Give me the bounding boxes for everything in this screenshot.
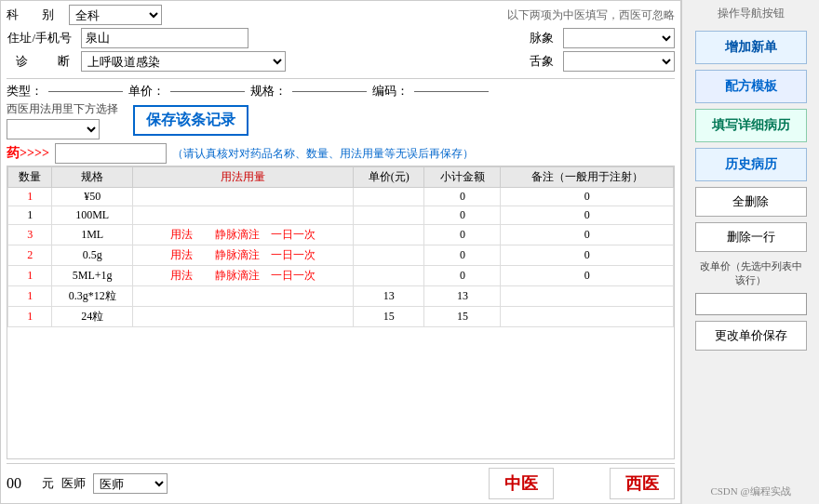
cell-guige: ¥50: [52, 188, 132, 206]
col-qty: 数量: [8, 167, 52, 188]
cell-qty: 1: [8, 188, 52, 206]
cell-danjia: 13: [354, 286, 424, 307]
kebie-label: 科 别: [7, 7, 60, 23]
tcm-note: 以下两项为中医填写，西医可忽略: [507, 7, 675, 23]
table-row[interactable]: 31ML用法 静脉滴注 一日一次00: [8, 225, 674, 245]
col-yongfa: 用法用量: [132, 167, 353, 188]
cell-xiaoji: 0: [424, 266, 501, 286]
drug-hint: （请认真核对对药品名称、数量、用法用量等无误后再保存）: [172, 146, 474, 162]
cell-qty: 1: [8, 307, 52, 327]
zhongyi-button[interactable]: 中医: [489, 468, 554, 499]
cell-beizhu: 0: [501, 266, 674, 286]
zhenduan-label: 诊 断: [7, 53, 72, 70]
cell-danjia: [354, 266, 424, 286]
danjia-label: 单价：: [128, 83, 165, 99]
cell-yongfa: [132, 286, 353, 307]
footer-note: CSDN @编程实战: [710, 484, 790, 498]
delete-row-button[interactable]: 删除一行: [695, 222, 807, 252]
cell-beizhu: [501, 307, 674, 327]
cell-guige: 0.3g*12粒: [52, 286, 132, 307]
xiyi-button[interactable]: 西医: [610, 468, 675, 499]
cell-xiaoji: 0: [424, 188, 501, 206]
cell-danjia: [354, 245, 424, 266]
cell-beizhu: 0: [501, 225, 674, 245]
cell-beizhu: 0: [501, 245, 674, 266]
drug-table-container: 数量 规格 用法用量 单价(元) 小计金额 备注（一般用于注射） 1¥50001…: [7, 166, 675, 459]
doctor-select[interactable]: 医师: [93, 473, 168, 494]
cell-qty: 3: [8, 225, 52, 245]
history-button[interactable]: 历史病历: [695, 148, 807, 181]
right-panel-title: 操作导航按钮: [718, 6, 785, 21]
col-guige: 规格: [52, 167, 132, 188]
cell-yongfa: [132, 206, 353, 225]
cell-beizhu: 0: [501, 206, 674, 225]
cell-beizhu: 0: [501, 188, 674, 206]
yuan-label: 元: [42, 475, 54, 492]
cell-guige: 24粒: [52, 307, 132, 327]
delete-all-button[interactable]: 全删除: [695, 187, 807, 217]
cell-yongfa: 用法 静脉滴注 一日一次: [132, 266, 353, 286]
doctor-label: 医师: [61, 475, 86, 492]
cell-yongfa: 用法 静脉滴注 一日一次: [132, 225, 353, 245]
kebie-select[interactable]: 全科: [69, 5, 162, 25]
shexiang-select[interactable]: [563, 51, 675, 72]
type-label: 类型：: [7, 83, 43, 99]
yongfa-hint: 西医用法用里下方选择: [7, 101, 118, 117]
guige-label: 规格：: [250, 83, 287, 99]
yongfa-select[interactable]: [7, 119, 100, 139]
cell-qty: 1: [8, 206, 52, 225]
cell-qty: 2: [8, 245, 52, 266]
cell-qty: 1: [8, 266, 52, 286]
zhuzhu-input[interactable]: [81, 28, 248, 48]
zhenduan-select[interactable]: 上呼吸道感染: [81, 51, 286, 72]
cell-guige: 1ML: [52, 225, 132, 245]
cell-xiaoji: 0: [424, 206, 501, 225]
template-button[interactable]: 配方模板: [695, 70, 807, 103]
cell-beizhu: [501, 286, 674, 307]
col-danjia: 单价(元): [354, 167, 424, 188]
cell-danjia: [354, 206, 424, 225]
cell-xiaoji: 13: [424, 286, 501, 307]
cell-xiaoji: 0: [424, 245, 501, 266]
amount-value: 00: [7, 475, 34, 492]
cell-yongfa: [132, 307, 353, 327]
save-record-button[interactable]: 保存该条记录: [133, 105, 248, 136]
change-price-label: 改单价（先选中列表中该行）: [695, 259, 807, 287]
col-xiaoji: 小计金额: [424, 167, 501, 188]
col-beizhu: 备注（一般用于注射）: [501, 167, 674, 188]
cell-yongfa: [132, 188, 353, 206]
table-row[interactable]: 124粒1515: [8, 307, 674, 327]
table-row[interactable]: 1¥5000: [8, 188, 674, 206]
cell-danjia: [354, 225, 424, 245]
cell-xiaoji: 0: [424, 225, 501, 245]
cell-guige: 0.5g: [52, 245, 132, 266]
bianma-label: 编码：: [372, 83, 409, 99]
cell-qty: 1: [8, 286, 52, 307]
price-input[interactable]: [695, 293, 807, 315]
cell-danjia: [354, 188, 424, 206]
maixiang-label: 脉象: [507, 30, 554, 46]
zhuzhu-label: 住址/手机号: [7, 30, 72, 46]
drug-search-input[interactable]: [55, 143, 167, 164]
fill-history-button[interactable]: 填写详细病历: [695, 109, 807, 142]
table-row[interactable]: 10.3g*12粒1313: [8, 286, 674, 307]
cell-xiaoji: 15: [424, 307, 501, 327]
cell-guige: 5ML+1g: [52, 266, 132, 286]
cell-guige: 100ML: [52, 206, 132, 225]
shexiang-label: 舌象: [507, 53, 554, 70]
cell-yongfa: 用法 静脉滴注 一日一次: [132, 245, 353, 266]
table-row[interactable]: 20.5g用法 静脉滴注 一日一次00: [8, 245, 674, 266]
drug-arrow-label: 药>>>>: [7, 145, 49, 162]
table-row[interactable]: 1100ML00: [8, 206, 674, 225]
table-row[interactable]: 15ML+1g用法 静脉滴注 一日一次00: [8, 266, 674, 286]
drug-table: 数量 规格 用法用量 单价(元) 小计金额 备注（一般用于注射） 1¥50001…: [7, 166, 674, 327]
save-price-button[interactable]: 更改单价保存: [695, 321, 807, 351]
maixiang-select[interactable]: [563, 28, 675, 48]
add-new-button[interactable]: 增加新单: [695, 31, 807, 64]
cell-danjia: 15: [354, 307, 424, 327]
